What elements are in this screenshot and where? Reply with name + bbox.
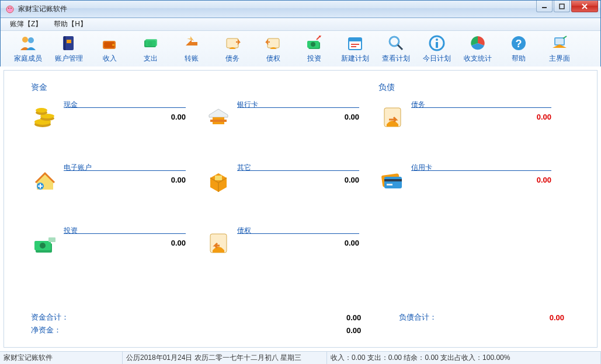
toolbar-label: 查看计划 xyxy=(382,54,410,64)
toolbar-stats[interactable]: 收支统计 xyxy=(457,32,498,66)
svg-point-23 xyxy=(311,42,315,47)
asset-label: 其它 xyxy=(237,163,251,173)
asset-other[interactable]: 其它0.00 xyxy=(204,156,378,219)
svg-point-1 xyxy=(8,8,9,9)
liability-value: 0.00 xyxy=(411,113,551,121)
asset-value: 0.00 xyxy=(64,239,186,247)
asset-value: 0.00 xyxy=(64,113,186,121)
transfer-icon xyxy=(182,34,201,52)
svg-rect-46 xyxy=(215,176,222,180)
money-out-icon xyxy=(141,34,160,52)
svg-point-3 xyxy=(8,9,12,11)
toolbar-label: 新建计划 xyxy=(341,54,369,64)
toolbar-transfer[interactable]: 转账 xyxy=(171,32,212,66)
credit-icon xyxy=(264,34,283,52)
money-stack-icon xyxy=(31,229,59,257)
bankcard-icon xyxy=(204,103,232,131)
toolbar-debt[interactable]: 债务 xyxy=(212,32,253,66)
status-bar: 家财宝记账软件 公历2018年01月24日 农历二零一七年十二月初八 星期三 收… xyxy=(0,351,601,364)
asset-value: 0.00 xyxy=(64,176,186,184)
toolbar-income[interactable]: 收入 xyxy=(89,32,130,66)
svg-rect-19 xyxy=(227,38,238,48)
toolbar-account-manage[interactable]: 账户管理 xyxy=(48,32,89,66)
toolbar-label: 支出 xyxy=(144,54,158,64)
liab-total-label: 负债合计： xyxy=(399,312,437,323)
svg-point-15 xyxy=(112,44,114,46)
asset-label: 债权 xyxy=(237,226,251,236)
close-button[interactable] xyxy=(571,1,598,12)
toolbar-label: 今日计划 xyxy=(423,54,451,64)
svg-rect-20 xyxy=(268,38,279,48)
svg-rect-25 xyxy=(349,38,362,41)
maximize-button[interactable] xyxy=(554,1,570,12)
liability-creditcard[interactable]: 信用卡0.00 xyxy=(378,156,570,219)
net-value: 0.00 xyxy=(346,326,361,335)
svg-text:?: ? xyxy=(516,38,522,50)
asset-value: 0.00 xyxy=(237,113,359,121)
liab-total-value: 0.00 xyxy=(550,313,564,322)
svg-point-31 xyxy=(436,38,438,41)
svg-rect-54 xyxy=(384,177,402,188)
asset-label: 银行卡 xyxy=(237,100,258,110)
asset-eaccount[interactable]: 电子账户0.00 xyxy=(31,156,204,219)
svg-point-28 xyxy=(390,37,399,46)
help-icon: ? xyxy=(509,34,528,52)
toolbar-expense[interactable]: 支出 xyxy=(130,32,171,66)
asset-invest[interactable]: 投资0.00 xyxy=(31,219,204,282)
menu-bar: 账簿【Z】 帮助【H】 xyxy=(1,18,600,31)
assets-total-value: 0.00 xyxy=(346,313,361,322)
people-icon xyxy=(19,34,37,52)
asset-cash[interactable]: 现金0.00 xyxy=(31,93,204,156)
svg-rect-32 xyxy=(436,42,438,48)
toolbar-view-plan[interactable]: 查看计划 xyxy=(376,32,416,66)
window-title: 家财宝记账软件 xyxy=(18,4,67,14)
toolbar-main-ui[interactable]: 主界面 xyxy=(539,32,580,66)
svg-rect-12 xyxy=(67,40,71,43)
svg-rect-5 xyxy=(560,4,564,9)
toolbar-family-members[interactable]: 家庭成员 xyxy=(8,32,48,66)
content-area: 资金 现金0.00 银行卡0.00 电子账户0.0 xyxy=(0,66,601,351)
svg-point-9 xyxy=(28,37,34,43)
toolbar-label: 主界面 xyxy=(549,54,570,64)
toolbar-help[interactable]: ? 帮助 xyxy=(498,32,539,66)
coins-icon xyxy=(31,103,59,131)
liability-label: 信用卡 xyxy=(411,163,432,173)
calendar-new-icon xyxy=(346,34,364,52)
assets-section-title: 资金 xyxy=(31,82,378,93)
svg-rect-11 xyxy=(64,36,65,50)
toolbar-label: 转账 xyxy=(185,54,199,64)
minimize-button[interactable] xyxy=(536,1,553,12)
toolbar-label: 投资 xyxy=(307,54,321,64)
toolbar-invest[interactable]: 投资 xyxy=(294,32,335,66)
window-controls xyxy=(536,1,598,12)
invest-icon xyxy=(305,34,324,52)
svg-point-8 xyxy=(22,37,28,43)
menu-ledger[interactable]: 账簿【Z】 xyxy=(4,18,48,30)
toolbar-new-plan[interactable]: 新建计划 xyxy=(335,32,376,66)
paper-out-icon xyxy=(378,103,407,131)
liability-debt[interactable]: 债务0.00 xyxy=(378,93,570,156)
toolbar-credit[interactable]: 债权 xyxy=(253,32,294,66)
toolbar-today-plan[interactable]: 今日计划 xyxy=(416,32,457,66)
status-date: 公历2018年01月24日 农历二零一七年十二月初八 星期三 xyxy=(123,352,327,364)
menu-help[interactable]: 帮助【H】 xyxy=(48,18,93,30)
asset-label: 电子账户 xyxy=(64,163,92,173)
svg-line-29 xyxy=(398,45,402,50)
liability-label: 债务 xyxy=(411,100,425,110)
asset-credit[interactable]: 债权0.00 xyxy=(204,219,378,282)
toolbar-label: 收支统计 xyxy=(464,54,492,64)
liabilities-section-title: 负债 xyxy=(378,82,570,93)
toolbar-label: 帮助 xyxy=(512,54,526,64)
svg-rect-50 xyxy=(48,237,55,242)
svg-point-2 xyxy=(11,8,12,9)
svg-rect-18 xyxy=(145,39,157,46)
toolbar-label: 收入 xyxy=(103,54,117,64)
liability-value: 0.00 xyxy=(411,176,551,184)
search-icon xyxy=(387,34,405,52)
status-summary: 收入：0.00 支出：0.00 结余：0.00 支出占收入：100.00% xyxy=(327,352,601,364)
svg-point-49 xyxy=(40,243,46,249)
status-app: 家财宝记账软件 xyxy=(0,352,123,364)
asset-bankcard[interactable]: 银行卡0.00 xyxy=(204,93,378,156)
svg-rect-55 xyxy=(384,179,402,181)
toolbar: 家庭成员 账户管理 收入 支出 转账 债务 债权 投资 新建计划 查看计划 今日… xyxy=(1,31,600,67)
